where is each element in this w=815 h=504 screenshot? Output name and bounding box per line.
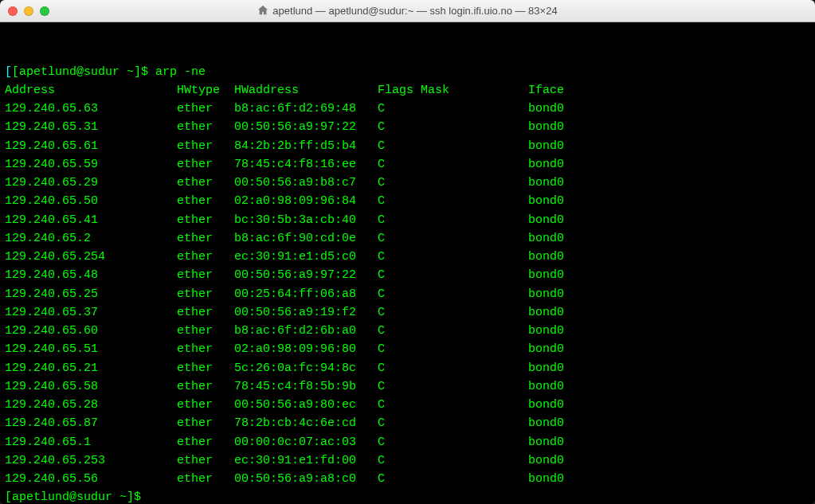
prompt-close-bracket: ] [134, 65, 141, 79]
prompt-open-bracket: [ [5, 490, 12, 504]
arp-row: 129.240.65.37 ether 00:50:56:a9:19:f2 C … [5, 303, 810, 322]
arp-header: Address HWtype HWaddress Flags Mask Ifac… [5, 81, 810, 100]
terminal-output[interactable]: [[apetlund@sudur ~]$ arp -neAddress HWty… [0, 22, 815, 504]
arp-row: 129.240.65.61 ether 84:2b:2b:ff:d5:b4 C … [5, 137, 810, 155]
home-icon [257, 5, 268, 16]
arp-row: 129.240.65.56 ether 00:50:56:a9:a8:c0 C … [5, 470, 810, 488]
title-size: 83×24 [528, 5, 558, 17]
titlebar[interactable]: apetlund — apetlund@sudur:~ — ssh login.… [0, 0, 815, 22]
arp-row: 129.240.65.60 ether b8:ac:6f:d2:6b:a0 C … [5, 322, 810, 340]
arp-row: 129.240.65.28 ether 00:50:56:a9:80:ec C … [5, 396, 810, 414]
arp-row: 129.240.65.63 ether b8:ac:6f:d2:69:48 C … [5, 100, 810, 118]
prompt-open-bracket: [ [12, 65, 19, 79]
arp-row: 129.240.65.21 ether 5c:26:0a:fc:94:8c C … [5, 359, 810, 377]
arp-row: 129.240.65.41 ether bc:30:5b:3a:cb:40 C … [5, 211, 810, 229]
arp-row: 129.240.65.48 ether 00:50:56:a9:97:22 C … [5, 266, 810, 284]
prompt-close-bracket: ] [127, 490, 134, 504]
window-title: apetlund — apetlund@sudur:~ — ssh login.… [0, 5, 815, 17]
arp-row: 129.240.65.253 ether ec:30:91:e1:fd:00 C… [5, 451, 810, 470]
prompt-user-host: apetlund@sudur ~ [19, 65, 134, 79]
arp-row: 129.240.65.254 ether ec:30:91:e1:d5:c0 C… [5, 248, 810, 266]
prompt-line: [[apetlund@sudur ~]$ arp -ne [5, 63, 810, 81]
title-ssh: apetlund@sudur:~ [328, 5, 413, 17]
arp-row: 129.240.65.58 ether 78:45:c4:f8:5b:9b C … [5, 377, 810, 396]
arp-row: 129.240.65.87 ether 78:2b:cb:4c:6e:cd C … [5, 414, 810, 432]
prompt-user-host: apetlund@sudur ~ [12, 490, 127, 504]
arp-row: 129.240.65.25 ether 00:25:64:ff:06:a8 C … [5, 285, 810, 303]
prompt-open-outer: [ [5, 65, 12, 79]
arp-row: 129.240.65.31 ether 00:50:56:a9:97:22 C … [5, 118, 810, 136]
zoom-button[interactable] [40, 6, 49, 16]
arp-row: 129.240.65.1 ether 00:00:0c:07:ac:03 C b… [5, 433, 810, 451]
prompt-dollar: $ [141, 65, 155, 79]
arp-row: 129.240.65.50 ether 02:a0:98:09:96:84 C … [5, 192, 810, 210]
arp-row: 129.240.65.59 ether 78:45:c4:f8:16:ee C … [5, 155, 810, 174]
arp-row: 129.240.65.51 ether 02:a0:98:09:96:80 C … [5, 340, 810, 358]
arp-row: 129.240.65.2 ether b8:ac:6f:90:cd:0e C b… [5, 229, 810, 248]
arp-row: 129.240.65.29 ether 00:50:56:a9:b8:c7 C … [5, 174, 810, 192]
title-user: apetlund [272, 5, 312, 17]
traffic-lights [8, 6, 49, 16]
prompt-dollar: $ [134, 490, 148, 504]
title-cmd: ssh login.ifi.uio.no [430, 5, 512, 17]
minimize-button[interactable] [24, 6, 33, 16]
terminal-window: apetlund — apetlund@sudur:~ — ssh login.… [0, 0, 815, 504]
close-button[interactable] [8, 6, 18, 16]
prompt-line-idle[interactable]: [apetlund@sudur ~]$ [5, 488, 810, 504]
command: arp -ne [155, 65, 206, 79]
